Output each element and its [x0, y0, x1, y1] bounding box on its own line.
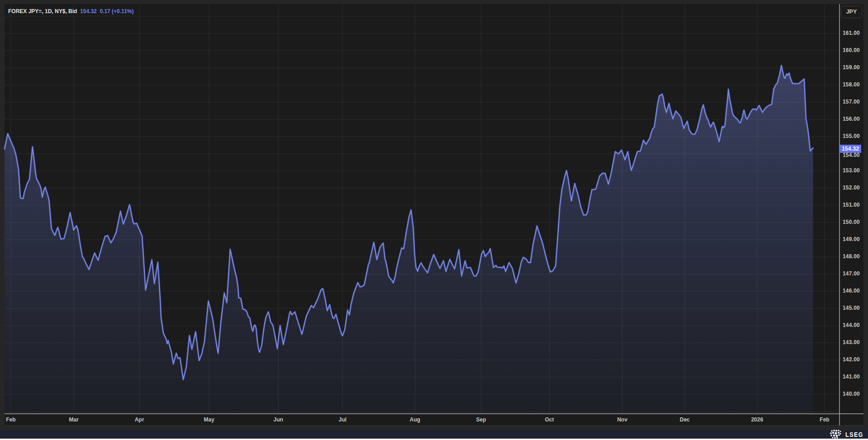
svg-text:LSEG: LSEG — [845, 431, 863, 438]
